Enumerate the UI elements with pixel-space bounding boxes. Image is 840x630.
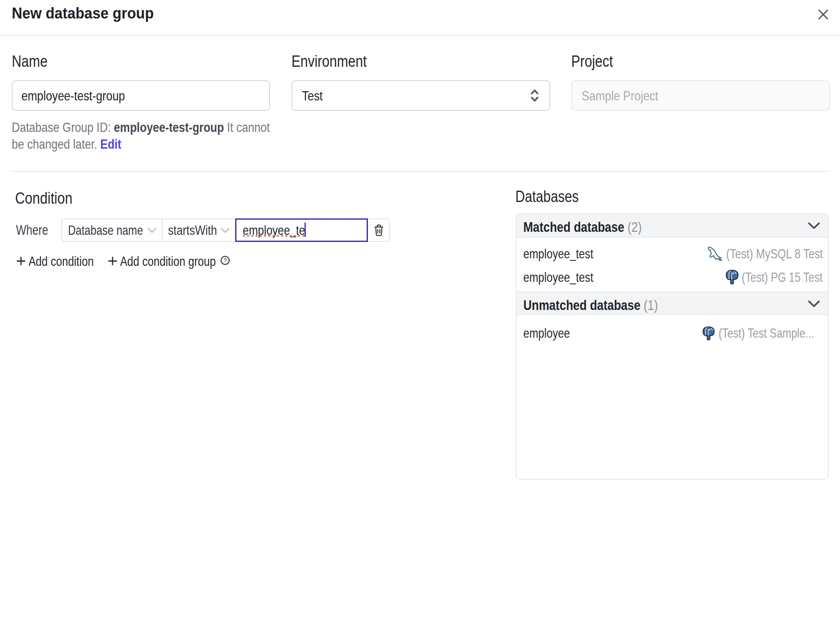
svg-text:?: ? [223,257,227,264]
